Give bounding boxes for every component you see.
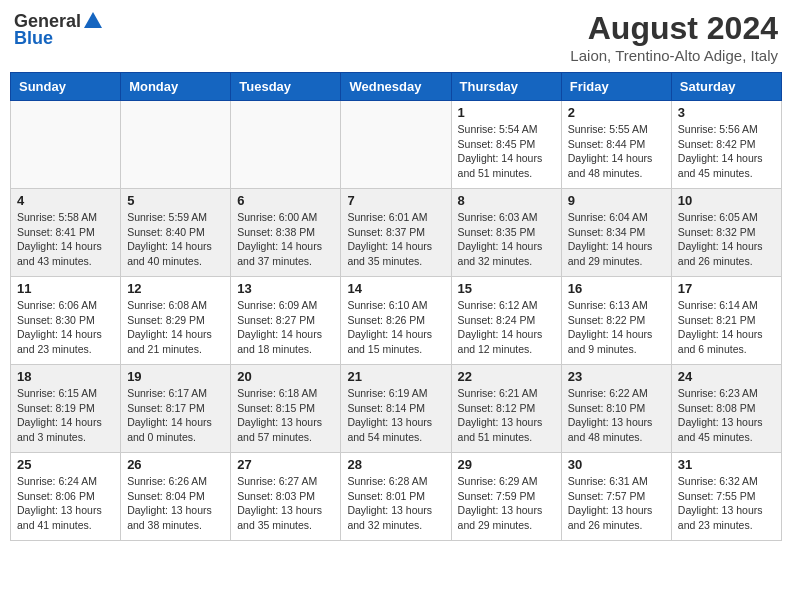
day-number: 30 xyxy=(568,457,665,472)
day-detail: Sunrise: 6:06 AM Sunset: 8:30 PM Dayligh… xyxy=(17,298,114,357)
day-number: 15 xyxy=(458,281,555,296)
day-detail: Sunrise: 6:12 AM Sunset: 8:24 PM Dayligh… xyxy=(458,298,555,357)
day-number: 3 xyxy=(678,105,775,120)
day-detail: Sunrise: 6:03 AM Sunset: 8:35 PM Dayligh… xyxy=(458,210,555,269)
day-number: 23 xyxy=(568,369,665,384)
location-subtitle: Laion, Trentino-Alto Adige, Italy xyxy=(570,47,778,64)
day-detail: Sunrise: 6:14 AM Sunset: 8:21 PM Dayligh… xyxy=(678,298,775,357)
calendar-cell: 4Sunrise: 5:58 AM Sunset: 8:41 PM Daylig… xyxy=(11,189,121,277)
day-number: 11 xyxy=(17,281,114,296)
day-number: 25 xyxy=(17,457,114,472)
day-detail: Sunrise: 5:59 AM Sunset: 8:40 PM Dayligh… xyxy=(127,210,224,269)
day-number: 28 xyxy=(347,457,444,472)
logo-icon xyxy=(82,10,104,32)
day-number: 20 xyxy=(237,369,334,384)
calendar-cell: 26Sunrise: 6:26 AM Sunset: 8:04 PM Dayli… xyxy=(121,453,231,541)
day-detail: Sunrise: 6:04 AM Sunset: 8:34 PM Dayligh… xyxy=(568,210,665,269)
day-number: 31 xyxy=(678,457,775,472)
calendar-cell xyxy=(11,101,121,189)
day-detail: Sunrise: 6:19 AM Sunset: 8:14 PM Dayligh… xyxy=(347,386,444,445)
calendar-cell: 30Sunrise: 6:31 AM Sunset: 7:57 PM Dayli… xyxy=(561,453,671,541)
day-detail: Sunrise: 6:15 AM Sunset: 8:19 PM Dayligh… xyxy=(17,386,114,445)
logo: General Blue xyxy=(14,10,105,49)
calendar-cell: 15Sunrise: 6:12 AM Sunset: 8:24 PM Dayli… xyxy=(451,277,561,365)
day-number: 24 xyxy=(678,369,775,384)
day-detail: Sunrise: 6:31 AM Sunset: 7:57 PM Dayligh… xyxy=(568,474,665,533)
calendar-cell: 21Sunrise: 6:19 AM Sunset: 8:14 PM Dayli… xyxy=(341,365,451,453)
day-number: 17 xyxy=(678,281,775,296)
day-detail: Sunrise: 5:55 AM Sunset: 8:44 PM Dayligh… xyxy=(568,122,665,181)
weekday-header-saturday: Saturday xyxy=(671,73,781,101)
calendar-cell xyxy=(231,101,341,189)
page-header: General Blue August 2024 Laion, Trentino… xyxy=(10,10,782,64)
day-detail: Sunrise: 6:21 AM Sunset: 8:12 PM Dayligh… xyxy=(458,386,555,445)
calendar-cell: 22Sunrise: 6:21 AM Sunset: 8:12 PM Dayli… xyxy=(451,365,561,453)
calendar-cell: 27Sunrise: 6:27 AM Sunset: 8:03 PM Dayli… xyxy=(231,453,341,541)
weekday-header-thursday: Thursday xyxy=(451,73,561,101)
calendar-cell: 11Sunrise: 6:06 AM Sunset: 8:30 PM Dayli… xyxy=(11,277,121,365)
calendar-cell xyxy=(121,101,231,189)
day-number: 13 xyxy=(237,281,334,296)
day-detail: Sunrise: 6:22 AM Sunset: 8:10 PM Dayligh… xyxy=(568,386,665,445)
day-detail: Sunrise: 5:54 AM Sunset: 8:45 PM Dayligh… xyxy=(458,122,555,181)
calendar-cell: 29Sunrise: 6:29 AM Sunset: 7:59 PM Dayli… xyxy=(451,453,561,541)
day-number: 29 xyxy=(458,457,555,472)
calendar-cell xyxy=(341,101,451,189)
calendar-cell: 20Sunrise: 6:18 AM Sunset: 8:15 PM Dayli… xyxy=(231,365,341,453)
svg-marker-0 xyxy=(84,12,102,28)
day-number: 26 xyxy=(127,457,224,472)
day-detail: Sunrise: 6:23 AM Sunset: 8:08 PM Dayligh… xyxy=(678,386,775,445)
calendar-cell: 12Sunrise: 6:08 AM Sunset: 8:29 PM Dayli… xyxy=(121,277,231,365)
weekday-header-friday: Friday xyxy=(561,73,671,101)
day-detail: Sunrise: 5:56 AM Sunset: 8:42 PM Dayligh… xyxy=(678,122,775,181)
calendar-cell: 8Sunrise: 6:03 AM Sunset: 8:35 PM Daylig… xyxy=(451,189,561,277)
calendar-header-row: SundayMondayTuesdayWednesdayThursdayFrid… xyxy=(11,73,782,101)
day-number: 14 xyxy=(347,281,444,296)
day-detail: Sunrise: 6:13 AM Sunset: 8:22 PM Dayligh… xyxy=(568,298,665,357)
day-number: 19 xyxy=(127,369,224,384)
calendar-cell: 3Sunrise: 5:56 AM Sunset: 8:42 PM Daylig… xyxy=(671,101,781,189)
calendar-cell: 24Sunrise: 6:23 AM Sunset: 8:08 PM Dayli… xyxy=(671,365,781,453)
calendar-week-row: 1Sunrise: 5:54 AM Sunset: 8:45 PM Daylig… xyxy=(11,101,782,189)
day-detail: Sunrise: 6:17 AM Sunset: 8:17 PM Dayligh… xyxy=(127,386,224,445)
day-detail: Sunrise: 6:00 AM Sunset: 8:38 PM Dayligh… xyxy=(237,210,334,269)
day-number: 6 xyxy=(237,193,334,208)
calendar-week-row: 4Sunrise: 5:58 AM Sunset: 8:41 PM Daylig… xyxy=(11,189,782,277)
weekday-header-wednesday: Wednesday xyxy=(341,73,451,101)
calendar-cell: 13Sunrise: 6:09 AM Sunset: 8:27 PM Dayli… xyxy=(231,277,341,365)
calendar-cell: 9Sunrise: 6:04 AM Sunset: 8:34 PM Daylig… xyxy=(561,189,671,277)
day-number: 7 xyxy=(347,193,444,208)
day-number: 9 xyxy=(568,193,665,208)
calendar-cell: 2Sunrise: 5:55 AM Sunset: 8:44 PM Daylig… xyxy=(561,101,671,189)
day-number: 1 xyxy=(458,105,555,120)
calendar-cell: 23Sunrise: 6:22 AM Sunset: 8:10 PM Dayli… xyxy=(561,365,671,453)
day-detail: Sunrise: 6:27 AM Sunset: 8:03 PM Dayligh… xyxy=(237,474,334,533)
calendar-table: SundayMondayTuesdayWednesdayThursdayFrid… xyxy=(10,72,782,541)
day-number: 4 xyxy=(17,193,114,208)
calendar-cell: 1Sunrise: 5:54 AM Sunset: 8:45 PM Daylig… xyxy=(451,101,561,189)
title-area: August 2024 Laion, Trentino-Alto Adige, … xyxy=(570,10,778,64)
day-detail: Sunrise: 6:01 AM Sunset: 8:37 PM Dayligh… xyxy=(347,210,444,269)
day-detail: Sunrise: 6:18 AM Sunset: 8:15 PM Dayligh… xyxy=(237,386,334,445)
calendar-week-row: 18Sunrise: 6:15 AM Sunset: 8:19 PM Dayli… xyxy=(11,365,782,453)
calendar-week-row: 25Sunrise: 6:24 AM Sunset: 8:06 PM Dayli… xyxy=(11,453,782,541)
calendar-cell: 14Sunrise: 6:10 AM Sunset: 8:26 PM Dayli… xyxy=(341,277,451,365)
month-year-title: August 2024 xyxy=(570,10,778,47)
day-number: 10 xyxy=(678,193,775,208)
day-detail: Sunrise: 6:05 AM Sunset: 8:32 PM Dayligh… xyxy=(678,210,775,269)
day-number: 12 xyxy=(127,281,224,296)
calendar-week-row: 11Sunrise: 6:06 AM Sunset: 8:30 PM Dayli… xyxy=(11,277,782,365)
weekday-header-tuesday: Tuesday xyxy=(231,73,341,101)
calendar-cell: 31Sunrise: 6:32 AM Sunset: 7:55 PM Dayli… xyxy=(671,453,781,541)
day-detail: Sunrise: 5:58 AM Sunset: 8:41 PM Dayligh… xyxy=(17,210,114,269)
day-number: 5 xyxy=(127,193,224,208)
calendar-cell: 17Sunrise: 6:14 AM Sunset: 8:21 PM Dayli… xyxy=(671,277,781,365)
day-number: 8 xyxy=(458,193,555,208)
day-detail: Sunrise: 6:26 AM Sunset: 8:04 PM Dayligh… xyxy=(127,474,224,533)
calendar-cell: 16Sunrise: 6:13 AM Sunset: 8:22 PM Dayli… xyxy=(561,277,671,365)
day-detail: Sunrise: 6:24 AM Sunset: 8:06 PM Dayligh… xyxy=(17,474,114,533)
calendar-cell: 18Sunrise: 6:15 AM Sunset: 8:19 PM Dayli… xyxy=(11,365,121,453)
day-number: 18 xyxy=(17,369,114,384)
calendar-cell: 10Sunrise: 6:05 AM Sunset: 8:32 PM Dayli… xyxy=(671,189,781,277)
day-detail: Sunrise: 6:32 AM Sunset: 7:55 PM Dayligh… xyxy=(678,474,775,533)
